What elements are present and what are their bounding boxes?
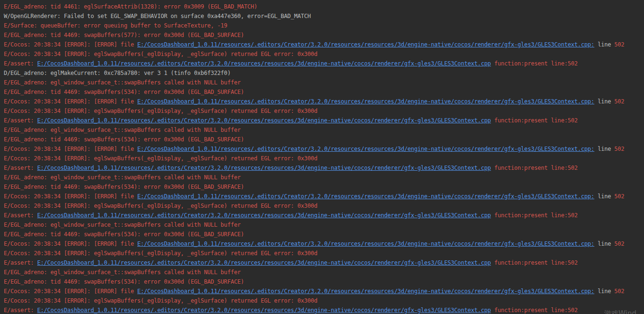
- log-text: 502: [615, 288, 625, 295]
- file-link[interactable]: E:/CocosDashboard_1.0.11/resources/.edit…: [37, 60, 491, 67]
- log-line: E/assert: E:/CocosDashboard_1.0.11/resou…: [4, 163, 644, 173]
- file-link[interactable]: E:/CocosDashboard_1.0.11/resources/.edit…: [37, 212, 491, 219]
- log-text: E/EGL_adreno: tid 4461: eglSurfaceAttrib…: [4, 3, 257, 10]
- log-line: E/EGL_adreno: tid 4469: swapBuffers(534)…: [4, 87, 644, 97]
- log-text: E/EGL_adreno: tid 4469: swapBuffers(534)…: [4, 184, 244, 190]
- log-text: E/Cocos: 20:38:34 [ERROR]: [ERROR] file: [4, 193, 137, 200]
- file-link[interactable]: E:/CocosDashboard_1.0.11/resources/.edit…: [137, 288, 594, 295]
- file-link[interactable]: E:/CocosDashboard_1.0.11/resources/.edit…: [37, 307, 491, 314]
- log-line: E/Cocos: 20:38:34 [ERROR]: [ERROR] file …: [4, 97, 644, 106]
- log-text: D/EGL_adreno: eglMakeCurrent: 0xc785a780…: [4, 70, 231, 76]
- log-line: E/Cocos: 20:38:34 [ERROR]: [ERROR] file …: [4, 192, 644, 201]
- log-text: E/assert:: [4, 117, 37, 124]
- log-line: E/Cocos: 20:38:34 [ERROR]: eglSwapBuffer…: [4, 106, 644, 116]
- log-line: E/assert: E:/CocosDashboard_1.0.11/resou…: [4, 116, 644, 125]
- log-line: E/Cocos: 20:38:34 [ERROR]: [ERROR] file …: [4, 40, 644, 49]
- log-text: 502: [615, 240, 625, 247]
- log-text: function:present line:502: [491, 117, 578, 124]
- logcat-console[interactable]: E/EGL_adreno: tid 4461: eglSurfaceAttrib…: [0, 0, 644, 314]
- log-line: E/EGL_adreno: egl_window_surface_t::swap…: [4, 268, 644, 277]
- log-text: E/EGL_adreno: egl_window_surface_t::swap…: [4, 79, 241, 86]
- log-line: E/Cocos: 20:38:34 [ERROR]: eglSwapBuffer…: [4, 249, 644, 258]
- log-text: E/Cocos: 20:38:34 [ERROR]: [ERROR] file: [4, 240, 137, 247]
- log-text: function:present line:502: [491, 165, 578, 171]
- log-text: E/EGL_adreno: egl_window_surface_t::swap…: [4, 222, 241, 228]
- log-text: E/Cocos: 20:38:34 [ERROR]: eglSwapBuffer…: [4, 51, 317, 57]
- log-text: E/EGL_adreno: tid 4469: swapBuffers(534)…: [4, 89, 244, 95]
- log-text: E/Cocos: 20:38:34 [ERROR]: eglSwapBuffer…: [4, 203, 317, 209]
- log-line: E/EGL_adreno: tid 4461: eglSurfaceAttrib…: [4, 2, 644, 11]
- log-text: E/assert:: [4, 259, 37, 266]
- log-text: 502: [615, 146, 625, 152]
- log-line: E/EGL_adreno: tid 4469: swapBuffers(534)…: [4, 230, 644, 239]
- log-line: E/EGL_adreno: tid 4469: swapBuffers(577)…: [4, 30, 644, 40]
- log-line: E/Cocos: 20:38:34 [ERROR]: [ERROR] file …: [4, 286, 644, 296]
- log-text: line: [594, 41, 614, 48]
- log-text: E/Cocos: 20:38:34 [ERROR]: [ERROR] file: [4, 41, 137, 48]
- log-text: E/assert:: [4, 212, 37, 219]
- log-text: W/OpenGLRenderer: Failed to set EGL_SWAP…: [4, 13, 311, 19]
- log-text: E/Cocos: 20:38:34 [ERROR]: eglSwapBuffer…: [4, 297, 317, 304]
- log-line: W/OpenGLRenderer: Failed to set EGL_SWAP…: [4, 11, 644, 21]
- log-text: line: [594, 98, 614, 105]
- log-text: function:present line:502: [491, 259, 578, 266]
- file-link[interactable]: E:/CocosDashboard_1.0.11/resources/.edit…: [137, 193, 594, 200]
- log-text: E/EGL_adreno: egl_window_surface_t::swap…: [4, 174, 241, 181]
- log-text: line: [594, 146, 614, 152]
- file-link[interactable]: E:/CocosDashboard_1.0.11/resources/.edit…: [37, 117, 491, 124]
- log-text: 502: [615, 41, 625, 48]
- file-link[interactable]: E:/CocosDashboard_1.0.11/resources/.edit…: [37, 165, 491, 171]
- log-line: E/Cocos: 20:38:34 [ERROR]: [ERROR] file …: [4, 144, 644, 154]
- log-line: E/Cocos: 20:38:34 [ERROR]: eglSwapBuffer…: [4, 154, 644, 163]
- log-line: E/Cocos: 20:38:34 [ERROR]: [ERROR] file …: [4, 239, 644, 249]
- log-line: E/EGL_adreno: egl_window_surface_t::swap…: [4, 125, 644, 135]
- log-text: E/Cocos: 20:38:34 [ERROR]: [ERROR] file: [4, 288, 137, 295]
- log-line: E/Cocos: 20:38:34 [ERROR]: eglSwapBuffer…: [4, 49, 644, 59]
- log-text: E/EGL_adreno: tid 4469: swapBuffers(534)…: [4, 231, 244, 238]
- file-link[interactable]: E:/CocosDashboard_1.0.11/resources/.edit…: [137, 146, 594, 152]
- log-text: E/Cocos: 20:38:34 [ERROR]: eglSwapBuffer…: [4, 155, 317, 162]
- log-line: E/assert: E:/CocosDashboard_1.0.11/resou…: [4, 258, 644, 268]
- file-link[interactable]: E:/CocosDashboard_1.0.11/resources/.edit…: [137, 41, 594, 48]
- log-text: E/Cocos: 20:38:34 [ERROR]: [ERROR] file: [4, 146, 137, 152]
- log-text: function:present line:502: [491, 307, 578, 314]
- log-text: E/Cocos: 20:38:34 [ERROR]: eglSwapBuffer…: [4, 250, 317, 257]
- log-text: E/Surface: queueBuffer: error queuing bu…: [4, 22, 227, 29]
- log-text: function:present line:502: [491, 60, 578, 67]
- log-line: E/EGL_adreno: egl_window_surface_t::swap…: [4, 173, 644, 182]
- log-text: line: [594, 288, 614, 295]
- log-text: E/assert:: [4, 165, 37, 171]
- log-line: E/Surface: queueBuffer: error queuing bu…: [4, 21, 644, 30]
- log-text: E/EGL_adreno: tid 4469: swapBuffers(534)…: [4, 278, 244, 285]
- file-link[interactable]: E:/CocosDashboard_1.0.11/resources/.edit…: [37, 259, 491, 266]
- file-link[interactable]: E:/CocosDashboard_1.0.11/resources/.edit…: [137, 98, 594, 105]
- log-text: line: [594, 193, 614, 200]
- log-text: E/EGL_adreno: egl_window_surface_t::swap…: [4, 269, 241, 276]
- log-line: D/EGL_adreno: eglMakeCurrent: 0xc785a780…: [4, 68, 644, 78]
- log-line: E/assert: E:/CocosDashboard_1.0.11/resou…: [4, 305, 644, 314]
- file-link[interactable]: E:/CocosDashboard_1.0.11/resources/.edit…: [137, 240, 594, 247]
- log-text: line: [594, 240, 614, 247]
- log-line: E/EGL_adreno: tid 4469: swapBuffers(534)…: [4, 182, 644, 192]
- log-text: 502: [615, 98, 625, 105]
- log-line: E/EGL_adreno: egl_window_surface_t::swap…: [4, 220, 644, 230]
- log-line: E/EGL_adreno: egl_window_surface_t::swap…: [4, 78, 644, 87]
- log-text: E/EGL_adreno: tid 4469: swapBuffers(534)…: [4, 136, 244, 143]
- log-line: E/assert: E:/CocosDashboard_1.0.11/resou…: [4, 59, 644, 68]
- log-line: E/EGL_adreno: tid 4469: swapBuffers(534)…: [4, 135, 644, 144]
- log-text: 502: [615, 193, 625, 200]
- log-line: E/Cocos: 20:38:34 [ERROR]: eglSwapBuffer…: [4, 201, 644, 211]
- log-text: E/Cocos: 20:38:34 [ERROR]: eglSwapBuffer…: [4, 108, 317, 114]
- log-text: E/assert:: [4, 307, 37, 314]
- watermark: 游戏Wind: [604, 309, 636, 314]
- log-text: E/EGL_adreno: tid 4469: swapBuffers(577)…: [4, 32, 244, 38]
- log-line: E/Cocos: 20:38:34 [ERROR]: eglSwapBuffer…: [4, 296, 644, 305]
- log-line: E/assert: E:/CocosDashboard_1.0.11/resou…: [4, 211, 644, 220]
- log-line: E/EGL_adreno: tid 4469: swapBuffers(534)…: [4, 277, 644, 286]
- log-text: function:present line:502: [491, 212, 578, 219]
- log-text: E/Cocos: 20:38:34 [ERROR]: [ERROR] file: [4, 98, 137, 105]
- log-text: E/assert:: [4, 60, 37, 67]
- log-text: E/EGL_adreno: egl_window_surface_t::swap…: [4, 127, 241, 133]
